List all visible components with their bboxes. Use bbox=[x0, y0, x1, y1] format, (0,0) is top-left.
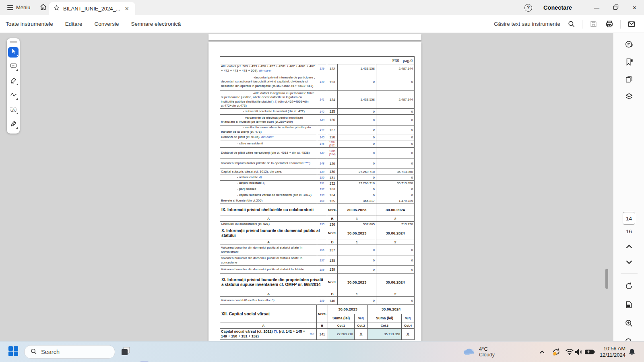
value-2023-cell: 1.433.558 bbox=[337, 64, 376, 73]
quick-tools-panel: A bbox=[7, 38, 20, 134]
menu-esign[interactable]: Semnare electronică bbox=[125, 21, 187, 27]
home-button[interactable] bbox=[36, 1, 51, 14]
row-label-cell: - către nerezidenți bbox=[220, 140, 317, 147]
col-a-cell: A bbox=[220, 323, 307, 328]
wifi-icon[interactable] bbox=[565, 348, 574, 356]
draw-tool[interactable] bbox=[8, 90, 19, 101]
volume-icon[interactable] bbox=[575, 348, 583, 356]
value-2023-cell: 0 bbox=[337, 192, 376, 198]
date-2023-cell: 30.06.2023 bbox=[328, 305, 367, 314]
start-button[interactable] bbox=[8, 346, 19, 358]
row-number-cell: 135 bbox=[327, 198, 337, 204]
fill-sign-tool[interactable] bbox=[8, 119, 19, 130]
comment-tool[interactable] bbox=[8, 62, 19, 72]
tray-overflow-button[interactable] bbox=[539, 348, 545, 356]
col-2-cell: 2 bbox=[376, 239, 414, 245]
rotate-page-button[interactable] bbox=[625, 282, 633, 292]
row-label-cell: Valoarea bunurilor din domeniul public a… bbox=[220, 245, 317, 255]
table-row: -decontari privind interesele de partici… bbox=[220, 73, 414, 90]
search-icon[interactable] bbox=[566, 19, 576, 29]
row-number-cell: 124 bbox=[327, 91, 337, 108]
table-row: IX. Informatii privind cheltuielile cu c… bbox=[220, 204, 414, 216]
table-row: - către nerezidenți146128a(311)00 bbox=[220, 140, 414, 147]
value-2023-cell: 0 bbox=[337, 140, 376, 147]
value-2023-cell: 0 bbox=[337, 186, 376, 192]
row-code-cell: 151 bbox=[317, 181, 327, 186]
notifications-bell-icon[interactable] bbox=[628, 348, 636, 356]
row-number-cell: 130 bbox=[327, 169, 337, 175]
section-title-cell: X. Informații privind bunurile din domen… bbox=[220, 227, 327, 239]
drag-handle[interactable] bbox=[10, 41, 17, 43]
col2-cell: Col.2 bbox=[354, 323, 367, 328]
col-1-cell: 1 bbox=[337, 239, 376, 245]
col-b-cell: B bbox=[327, 291, 337, 296]
date-2024-cell: 30.06.2024 bbox=[376, 274, 414, 291]
app-menu-button[interactable]: Meniu bbox=[4, 2, 33, 13]
vertical-scrollbar[interactable] bbox=[605, 269, 608, 289]
close-window-button[interactable]: ✕ bbox=[625, 0, 644, 15]
comments-panel-button[interactable] bbox=[624, 40, 634, 51]
row-code-cell: 141 bbox=[317, 91, 327, 108]
row-number-cell: 138 bbox=[327, 255, 337, 265]
mail-icon[interactable] bbox=[626, 19, 637, 29]
menu-convert[interactable]: Conversie bbox=[89, 21, 125, 27]
print-icon[interactable] bbox=[604, 19, 615, 29]
actual-size-button[interactable]: 1:1 bbox=[625, 300, 633, 311]
value-2023-cell: 27.269.710 bbox=[337, 169, 376, 175]
current-page-input[interactable]: 14 bbox=[623, 212, 635, 225]
previous-page-button[interactable] bbox=[626, 243, 632, 250]
next-page-button[interactable] bbox=[626, 259, 632, 266]
form-table: F30 - pag.6Alte datorii (ct. 269 + 453 +… bbox=[220, 56, 415, 340]
pen-nib-icon bbox=[10, 120, 17, 129]
row-label-cell: Valoarea împrumuturilor primite de la op… bbox=[220, 158, 317, 169]
row-label-cell: Valoarea bunurilor din domeniul public a… bbox=[220, 266, 317, 273]
row-label-cell: Brevete si licente (din ct.205) bbox=[220, 198, 317, 204]
menu-edit[interactable]: Editare bbox=[59, 21, 89, 27]
layers-panel-button[interactable] bbox=[624, 92, 634, 103]
row-code-cell: 146 bbox=[317, 140, 327, 147]
zoom-in-icon bbox=[625, 319, 633, 329]
table-row: ABCol.1Col.2Col.3Col.4 bbox=[220, 323, 414, 328]
sign-in-button[interactable]: Conectare bbox=[543, 4, 572, 11]
help-icon[interactable]: ? bbox=[524, 4, 532, 12]
battery-icon[interactable] bbox=[584, 349, 595, 355]
restore-icon bbox=[613, 4, 619, 11]
clock-widget[interactable]: 10:56 AM 12/11/2024 bbox=[600, 341, 625, 362]
select-tool[interactable] bbox=[8, 47, 19, 58]
row-label-cell: - acțiuni cotate 4) bbox=[220, 175, 317, 180]
text-select-tool[interactable]: A bbox=[8, 105, 19, 115]
document-viewport[interactable]: F30 - pag.6Alte datorii (ct. 269 + 453 +… bbox=[0, 33, 613, 341]
pages-icon bbox=[625, 75, 634, 85]
menu-all-tools[interactable]: Toate instrumentele bbox=[0, 21, 59, 27]
taskbar-search[interactable]: Search bbox=[24, 345, 115, 359]
table-row: X. Informații privind bunurile din domen… bbox=[220, 227, 414, 239]
spacer-cell bbox=[317, 239, 327, 245]
table-row: -alte datorii in legatura cu persoanele … bbox=[220, 90, 414, 108]
suma-header-cell: Suma (lei) bbox=[367, 314, 401, 323]
table-row: Valoarea bunurilor din domeniul public a… bbox=[220, 245, 414, 255]
restore-button[interactable] bbox=[606, 0, 625, 15]
chevron-up-icon bbox=[626, 243, 632, 250]
page-thumbnails-button[interactable] bbox=[624, 75, 634, 85]
find-text-label[interactable]: Găsire text sau instrumente bbox=[494, 21, 560, 27]
zoom-in-button[interactable] bbox=[625, 319, 633, 329]
row-label-cell: - varsaminte de efectuat pentru imobiliz… bbox=[220, 115, 317, 125]
weather-widget[interactable]: 4°C Cloudy bbox=[462, 341, 495, 362]
close-window-icon: ✕ bbox=[632, 5, 637, 11]
sync-status-icon[interactable] bbox=[551, 347, 561, 357]
minimize-button[interactable]: — bbox=[587, 0, 606, 15]
row-code-cell: 152 bbox=[317, 186, 327, 192]
star-icon[interactable] bbox=[53, 4, 60, 13]
date-2023-cell: 30.06.2023 bbox=[337, 274, 376, 291]
task-view-button[interactable] bbox=[118, 344, 133, 360]
row-code-cell: 139 bbox=[317, 64, 327, 73]
date-2023-cell: 30.06.2023 bbox=[337, 204, 376, 216]
right-sidebar: 14 16 1:1 bbox=[613, 33, 644, 341]
close-tab-icon[interactable]: ✕ bbox=[124, 6, 130, 12]
table-row: - acțiuni necotate 5)15113227.269.71035.… bbox=[220, 180, 414, 186]
highlight-tool[interactable] bbox=[8, 76, 19, 86]
document-tab[interactable]: BILANT_IUNIE_2024_... ✕ bbox=[49, 2, 135, 15]
teams-app-button[interactable]: T bbox=[136, 360, 152, 362]
bookmarks-panel-button[interactable] bbox=[624, 58, 634, 68]
row-code-cell: 147 bbox=[317, 148, 327, 158]
